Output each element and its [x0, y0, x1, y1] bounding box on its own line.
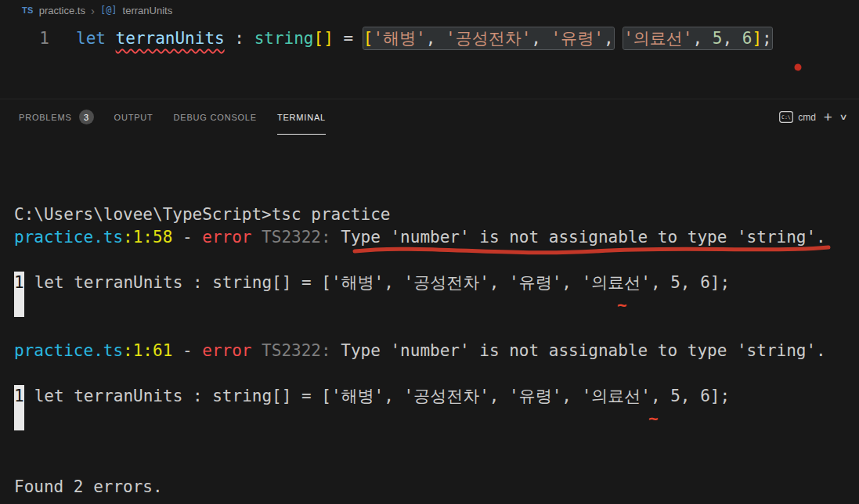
code-token: [: [363, 29, 374, 48]
code-token: ,: [693, 29, 713, 48]
terminal-segment: 1: [14, 272, 24, 294]
code-token: ,: [426, 29, 446, 48]
blank-line: [14, 453, 859, 476]
code-token: [353, 29, 363, 48]
code-token: ,: [531, 29, 550, 48]
code-token: =: [343, 29, 353, 48]
tab-problems-label: PROBLEMS: [19, 113, 72, 122]
terminal-segment: Type 'number' is not assignable to type …: [341, 228, 826, 247]
selection-highlight: ['해병', '공성전차', '유령',: [363, 27, 614, 49]
code-token: ,: [604, 29, 614, 48]
tab-problems[interactable]: PROBLEMS 3: [19, 99, 94, 135]
code-token: [225, 29, 235, 48]
terminal-segment: ~: [648, 409, 659, 428]
panel-tabs: PROBLEMS 3 OUTPUT DEBUG CONSOLE TERMINAL: [19, 99, 326, 135]
blank-line: [14, 317, 859, 340]
code-token: '유령': [551, 29, 604, 48]
code-token: []: [314, 29, 334, 48]
new-terminal-button[interactable]: +: [824, 110, 832, 124]
panel-header: PROBLEMS 3 OUTPUT DEBUG CONSOLE TERMINAL…: [0, 99, 859, 135]
code-token: 5: [713, 29, 723, 48]
code-token: :: [234, 29, 244, 48]
typescript-file-icon: TS: [22, 5, 34, 15]
blank-line: [14, 430, 859, 453]
vscode-window: TS practice.ts › [@] terranUnits 1 let t…: [0, 0, 859, 504]
error-line-2: practice.ts:1:61 - error TS2322: Type 'n…: [14, 340, 859, 362]
svg-text:C:\: C:\: [781, 114, 791, 121]
problems-count-badge: 3: [79, 110, 94, 124]
code-token: '해병': [373, 29, 425, 48]
squiggle-row-2: ~: [14, 408, 859, 430]
shell-selector[interactable]: C:\ cmd: [779, 111, 816, 123]
tab-debug-console[interactable]: DEBUG CONSOLE: [174, 99, 257, 135]
terminal-segment: error: [202, 228, 251, 247]
terminal-segment: TS2322:: [251, 341, 341, 360]
terminal-segment: let terranUnits : string[] = ['해병', '공성전…: [24, 387, 730, 405]
squiggle-row-1: ~: [14, 294, 859, 317]
tab-terminal[interactable]: TERMINAL: [277, 99, 326, 135]
code-token: terranUnits: [116, 29, 225, 48]
code-echo-2: 1 let terranUnits : string[] = ['해병', '공…: [14, 385, 859, 408]
code-token: ;: [762, 29, 772, 48]
chevron-right-icon: ›: [91, 5, 95, 16]
terminal-segment: Type 'number' is not assignable to type …: [341, 341, 826, 360]
symbol-icon: [@]: [100, 5, 117, 16]
cmd-terminal-icon: C:\: [779, 111, 793, 123]
code-token: '의료선': [623, 29, 692, 48]
terminal-segment: let terranUnits : string[] = ['해병', '공성전…: [24, 273, 730, 292]
terminal-segment: -: [172, 341, 202, 360]
editor-area[interactable]: 1 let terranUnits : string[] = ['해병', '공…: [0, 27, 859, 99]
code-token: [614, 29, 624, 48]
editor-code-line[interactable]: let terranUnits : string[] = ['해병', '공성전…: [76, 27, 772, 50]
code-token: 6: [742, 29, 753, 48]
code-token: ,: [722, 29, 742, 48]
terminal-segment: -: [172, 228, 202, 247]
terminal-segment: 1: [14, 385, 24, 408]
terminal-output[interactable]: C:\Users\lovee\TypeScript>tsc practicepr…: [0, 135, 859, 504]
terminal-segment: :1:58: [123, 228, 172, 247]
breadcrumb-file[interactable]: practice.ts: [39, 5, 85, 16]
terminal-segment: practice.ts: [14, 228, 123, 247]
terminal-segment: TS2322:: [251, 228, 341, 247]
selection-highlight: '의료선', 5, 6];: [623, 27, 772, 49]
code-token: let: [76, 29, 106, 48]
shell-label: cmd: [798, 112, 816, 123]
terminal-segment: [14, 294, 24, 317]
blank-line: [14, 362, 859, 385]
error-line-1: practice.ts:1:58 - error TS2322: Type 'n…: [14, 226, 859, 249]
code-token: string: [254, 29, 314, 48]
terminal-segment: practice.ts: [14, 341, 123, 360]
panel-actions: C:\ cmd + ∨: [779, 110, 846, 124]
terminal-segment: error: [202, 341, 251, 360]
terminal-segment: ~: [617, 296, 627, 315]
command-line: C:\Users\lovee\TypeScript>tsc practice: [14, 203, 859, 226]
summary-line: Found 2 errors.: [14, 476, 859, 499]
terminal-dropdown-chevron-icon[interactable]: ∨: [839, 113, 847, 121]
code-token: [106, 29, 116, 48]
code-token: [334, 29, 344, 48]
code-echo-1: 1 let terranUnits : string[] = ['해병', '공…: [14, 272, 859, 294]
blank-line: [14, 249, 859, 272]
terminal-segment: Found 2 errors.: [14, 477, 163, 496]
code-token: [244, 29, 254, 48]
terminal-segment: :1:61: [123, 341, 172, 360]
breadcrumb-symbol[interactable]: terranUnits: [123, 5, 173, 16]
tab-output[interactable]: OUTPUT: [114, 99, 153, 135]
terminal-segment: C:\Users\lovee\TypeScript>tsc practice: [14, 205, 390, 224]
breadcrumb: TS practice.ts › [@] terranUnits: [0, 0, 859, 20]
editor-line-number: 1: [0, 27, 76, 50]
terminal-segment: [14, 408, 24, 430]
code-token: ]: [752, 29, 762, 48]
code-token: '공성전차': [446, 29, 531, 48]
editor-line-row: 1 let terranUnits : string[] = ['해병', '공…: [0, 27, 859, 50]
